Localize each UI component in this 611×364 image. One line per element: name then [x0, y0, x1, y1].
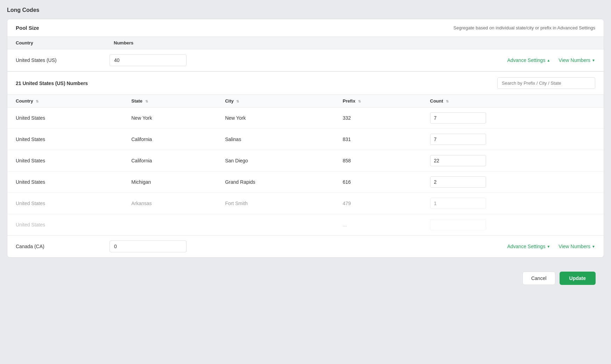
footer-buttons: Cancel Update: [7, 265, 604, 292]
pool-size-title: Pool Size: [16, 25, 39, 31]
col-country[interactable]: Country ⇅: [7, 95, 123, 107]
us-country-row: United States (US) Advance Settings View…: [7, 49, 604, 71]
cell-state: California: [123, 129, 217, 150]
table-row: United StatesMichiganGrand Rapids616: [7, 172, 604, 193]
us-country-label: United States (US): [16, 57, 105, 63]
country-sort-icon: ⇅: [36, 99, 38, 103]
cell-city: Fort Smith: [217, 193, 334, 214]
cell-state: California: [123, 150, 217, 172]
cell-country: United States: [7, 172, 123, 193]
cell-country: United States: [7, 129, 123, 150]
numbers-panel-header: 21 United States (US) Numbers: [7, 72, 604, 95]
cell-prefix: 858: [334, 150, 421, 172]
pool-size-header: Pool Size Segregate based on individual …: [7, 19, 604, 37]
ca-view-numbers-link[interactable]: View Numbers: [559, 244, 595, 249]
cell-country: United States: [7, 150, 123, 172]
cell-state: New York: [123, 107, 217, 129]
col-state[interactable]: State ⇅: [123, 95, 217, 107]
ca-row-actions: Advance Settings View Numbers: [507, 244, 595, 249]
table-row: United StatesCaliforniaSalinas831: [7, 129, 604, 150]
us-row-actions: Advance Settings View Numbers: [507, 57, 595, 63]
cell-count: [422, 150, 604, 172]
cell-state: Michigan: [123, 172, 217, 193]
truncated-row: United States...: [7, 214, 604, 236]
prefix-sort-icon: ⇅: [358, 99, 361, 103]
page-title: Long Codes: [7, 7, 604, 13]
state-sort-icon: ⇅: [145, 99, 148, 103]
cell-count: [422, 107, 604, 129]
col-city[interactable]: City ⇅: [217, 95, 334, 107]
cell-city: San Diego: [217, 150, 334, 172]
numbers-panel-title: 21 United States (US) Numbers: [16, 80, 88, 86]
us-view-numbers-link[interactable]: View Numbers: [559, 57, 595, 63]
us-numbers-panel: 21 United States (US) Numbers Country ⇅ …: [7, 71, 604, 235]
cell-count: [422, 193, 604, 214]
count-input-4[interactable]: [430, 198, 486, 209]
ca-count-input[interactable]: [110, 240, 187, 252]
cell-prefix: 332: [334, 107, 421, 129]
search-input[interactable]: [497, 77, 595, 89]
us-count-input[interactable]: [110, 54, 187, 66]
table-row: United StatesArkansasFort Smith479: [7, 193, 604, 214]
count-input-3[interactable]: [430, 176, 486, 188]
ca-country-row: Canada (CA) Advance Settings View Number…: [7, 235, 604, 257]
cell-prefix: 479: [334, 193, 421, 214]
cell-prefix: 831: [334, 129, 421, 150]
cell-city: Salinas: [217, 129, 334, 150]
pool-country-header: Country: [16, 40, 114, 46]
count-input-truncated[interactable]: [430, 219, 486, 230]
count-input-2[interactable]: [430, 155, 486, 166]
city-sort-icon: ⇅: [236, 99, 239, 103]
cell-city: Grand Rapids: [217, 172, 334, 193]
pool-table-header: Country Numbers: [7, 37, 604, 49]
cell-count: [422, 172, 604, 193]
cancel-button[interactable]: Cancel: [522, 272, 555, 285]
col-count[interactable]: Count ⇅: [422, 95, 604, 107]
main-card: Pool Size Segregate based on individual …: [7, 19, 604, 258]
cell-state: Arkansas: [123, 193, 217, 214]
table-row: United StatesNew YorkNew York332: [7, 107, 604, 129]
numbers-table-header-row: Country ⇅ State ⇅ City ⇅ Prefix ⇅: [7, 95, 604, 107]
segregate-note: Segregate based on individual state/city…: [454, 25, 595, 30]
table-row: United StatesCaliforniaSan Diego858: [7, 150, 604, 172]
us-advance-settings-link[interactable]: Advance Settings: [507, 57, 550, 63]
cell-city: New York: [217, 107, 334, 129]
cell-count: [422, 129, 604, 150]
count-input-1[interactable]: [430, 134, 486, 145]
pool-numbers-header: Numbers: [114, 40, 595, 46]
ca-country-label: Canada (CA): [16, 244, 105, 249]
numbers-table: Country ⇅ State ⇅ City ⇅ Prefix ⇅: [7, 95, 604, 235]
update-button[interactable]: Update: [560, 272, 596, 285]
count-sort-icon: ⇅: [446, 99, 449, 103]
count-input-0[interactable]: [430, 112, 486, 124]
cell-country: United States: [7, 107, 123, 129]
cell-country: United States: [7, 193, 123, 214]
cell-prefix: 616: [334, 172, 421, 193]
col-prefix[interactable]: Prefix ⇅: [334, 95, 421, 107]
ca-advance-settings-link[interactable]: Advance Settings: [507, 244, 550, 249]
